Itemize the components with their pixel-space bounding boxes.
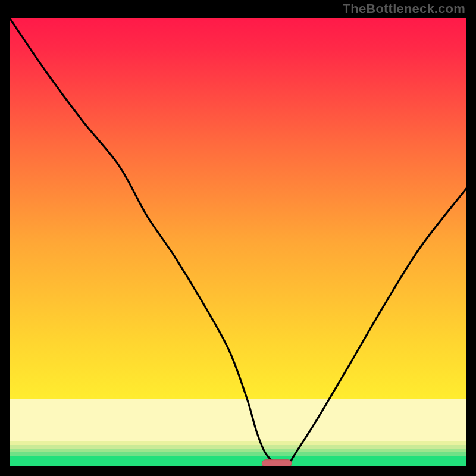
optimal-marker-pill [262, 460, 292, 466]
stripe-3 [10, 449, 466, 452]
stripe-1 [10, 441, 466, 445]
attribution-watermark: TheBottleneck.com [343, 1, 465, 17]
green-baseline-band [10, 456, 466, 466]
plot-area [10, 18, 466, 466]
chart-outer-frame: TheBottleneck.com [0, 0, 476, 476]
chart-svg [10, 18, 466, 466]
stripe-2 [10, 445, 466, 449]
stripe-4 [10, 452, 466, 456]
pale-band [10, 399, 466, 441]
